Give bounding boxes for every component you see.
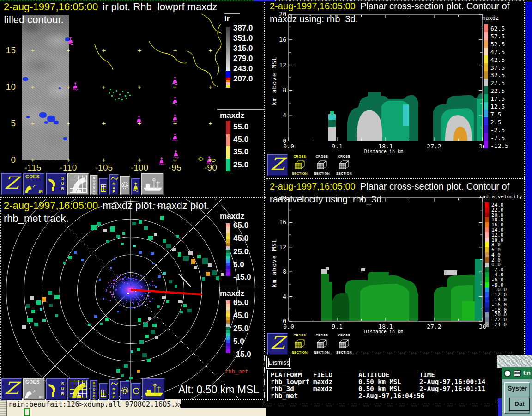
cold-cloud-blob bbox=[39, 112, 47, 118]
table-cell: 2-Aug-97,16:01:11 bbox=[419, 385, 485, 392]
goes-tool-button[interactable]: GOES .IR bbox=[23, 173, 45, 195]
radar-plot-panel[interactable]: 2-aug-1997,16:05:00maxdz plot. maxdz plo… bbox=[0, 199, 266, 400]
section-label: SECTION bbox=[314, 172, 330, 175]
map-tool-button[interactable]: MAP bbox=[109, 379, 119, 400]
colorbar-segment bbox=[484, 55, 488, 63]
colorbar-tick-label: 65.0 bbox=[233, 298, 248, 307]
divider bbox=[217, 109, 265, 110]
colorbar-segment bbox=[485, 312, 489, 318]
cold-cloud-blob bbox=[26, 116, 30, 118]
xsec-title: 2-aug-1997,16:05:00Planar cross-section … bbox=[270, 181, 509, 192]
bounds-tool-button[interactable]: BOUNDS bbox=[90, 380, 98, 400]
colorbar-title: maxdz bbox=[482, 15, 499, 21]
axis-tick-label: 0 bbox=[2, 155, 16, 165]
bounds-label: BOUNDS bbox=[91, 176, 97, 196]
colorbar-tick-label: 387.0 bbox=[233, 24, 253, 33]
gridradar-tool-button[interactable] bbox=[67, 173, 89, 195]
ir-speckle bbox=[122, 91, 123, 92]
colorbar bbox=[485, 202, 489, 327]
bounds-tool-button[interactable]: BOUNDS bbox=[90, 175, 98, 195]
terminal-cursor bbox=[24, 408, 30, 416]
colorbar-tick-label: 7.5 bbox=[490, 111, 501, 118]
gridsmall-tool-button[interactable] bbox=[99, 178, 108, 195]
colorbar-segment bbox=[484, 63, 488, 71]
zebra-logo-icon: Z bbox=[266, 155, 290, 173]
satellite-dish-icon bbox=[25, 184, 36, 193]
grid-plus-mark: + bbox=[172, 83, 178, 91]
sur-tool-button[interactable]: SUR bbox=[46, 173, 66, 195]
colorbar-segment bbox=[485, 242, 489, 247]
colorbar-segment bbox=[226, 121, 230, 134]
colorbar-segment bbox=[485, 272, 489, 277]
cross-section-tool-button[interactable]: CROSS SECTION bbox=[311, 333, 332, 355]
ir-plot-title: 2-aug-1997,16:05:00ir plot. Rhb_lowprf m… bbox=[4, 1, 218, 13]
colorbar-tick-label: 65.0 bbox=[233, 221, 248, 230]
ir-speckle bbox=[115, 99, 116, 100]
colorbar bbox=[226, 121, 230, 171]
window-list-icon[interactable] bbox=[514, 370, 521, 377]
axis-tick-label: 10 bbox=[2, 82, 16, 92]
colorbar-tick-label: 25.0 bbox=[233, 160, 248, 170]
cross-section-tool-button[interactable]: CROSS SECTION bbox=[333, 333, 355, 355]
timestamp: 2-aug-1997,16:05:00 bbox=[270, 1, 356, 11]
map-squiggle-icon bbox=[110, 381, 119, 387]
gridsmall-tool-button[interactable] bbox=[99, 383, 108, 400]
colorbar-segment bbox=[226, 159, 230, 171]
colorbar-segment bbox=[226, 340, 230, 343]
cross-section-tool-button[interactable]: CROSS SECTION bbox=[333, 154, 355, 176]
grid-plus-mark: + bbox=[30, 46, 36, 54]
dismiss-button[interactable]: Dismiss bbox=[266, 356, 291, 369]
window-fragment bbox=[497, 355, 532, 368]
map-tool-button[interactable]: MAP bbox=[109, 174, 119, 195]
colorbar-segment bbox=[226, 256, 230, 259]
cross-section-tool-button[interactable]: CROSS SECTION bbox=[289, 154, 310, 176]
colorbar-segment bbox=[226, 263, 230, 266]
gridradar-tool-button[interactable] bbox=[67, 378, 89, 400]
window-body: Syster Dat bbox=[502, 379, 532, 416]
ship-tool-button[interactable] bbox=[141, 173, 164, 195]
ir-sublabel: .IR bbox=[37, 190, 43, 194]
radialvelocity-contour-blobs bbox=[321, 259, 482, 321]
sur-label: SUR bbox=[61, 381, 65, 397]
colorbar-title: maxdz bbox=[220, 212, 244, 221]
date-button[interactable]: Dat bbox=[509, 398, 530, 411]
colorbar-segment bbox=[485, 208, 489, 213]
buoy-tool-button[interactable] bbox=[131, 178, 140, 195]
ir-plot-panel[interactable]: ++++++++++++++++++++++++-115-110-105-100… bbox=[0, 0, 266, 198]
gear-tool-button[interactable] bbox=[120, 176, 130, 195]
colorbar-segment bbox=[485, 227, 489, 232]
axis-tick-label: 4 bbox=[267, 293, 286, 300]
colorbar-segment bbox=[226, 333, 230, 336]
colorbar-segment bbox=[226, 226, 230, 230]
gear-tool-button[interactable] bbox=[120, 381, 130, 400]
colorbar-tick-label: -15.0 bbox=[233, 350, 251, 359]
ship-tool-button[interactable] bbox=[142, 378, 165, 400]
colorbar-segment bbox=[226, 330, 230, 333]
grid-plus-mark: + bbox=[30, 119, 36, 127]
zebra-tool-button[interactable]: Z bbox=[1, 378, 22, 400]
colorbar-segment bbox=[485, 213, 489, 218]
colorbar-tick-label: 5.0 bbox=[233, 260, 244, 269]
circle-tool-button[interactable] bbox=[131, 383, 141, 400]
colorbar-segment bbox=[226, 324, 230, 327]
colorbar-tick-label: -12.5 bbox=[490, 142, 508, 149]
window-menu-icon[interactable] bbox=[504, 370, 511, 377]
axis-tick-label: -95 bbox=[164, 163, 186, 173]
titlebar[interactable]: tin bbox=[502, 367, 532, 379]
terminal-scrollbar[interactable] bbox=[0, 399, 7, 416]
cross-section-tool-button[interactable]: CROSS SECTION bbox=[289, 333, 310, 355]
maxdz-cross-section-panel[interactable]: 2-aug-1997,16:05:00Planar cross-section … bbox=[266, 0, 525, 179]
radialvelocity-cross-section-panel[interactable]: 2-aug-1997,16:05:00Planar cross-section … bbox=[266, 180, 525, 356]
zebra-tool-button[interactable]: Z bbox=[267, 333, 288, 355]
goes-tool-button[interactable]: GOES .IR bbox=[23, 378, 45, 400]
titlebar-text: tin bbox=[523, 369, 531, 376]
zebra-tool-button[interactable]: Z bbox=[1, 173, 22, 195]
sur-tool-button[interactable]: SUR bbox=[46, 378, 66, 400]
colorbar-segment bbox=[226, 349, 230, 353]
colorbar-tick-label: 37.5 bbox=[490, 64, 505, 71]
cross-label: CROSS bbox=[316, 155, 328, 158]
edge-pattern bbox=[275, 0, 526, 1]
colorbar-segment bbox=[484, 133, 488, 141]
zebra-tool-button[interactable]: Z bbox=[267, 154, 288, 176]
cross-section-tool-button[interactable]: CROSS SECTION bbox=[311, 154, 332, 176]
